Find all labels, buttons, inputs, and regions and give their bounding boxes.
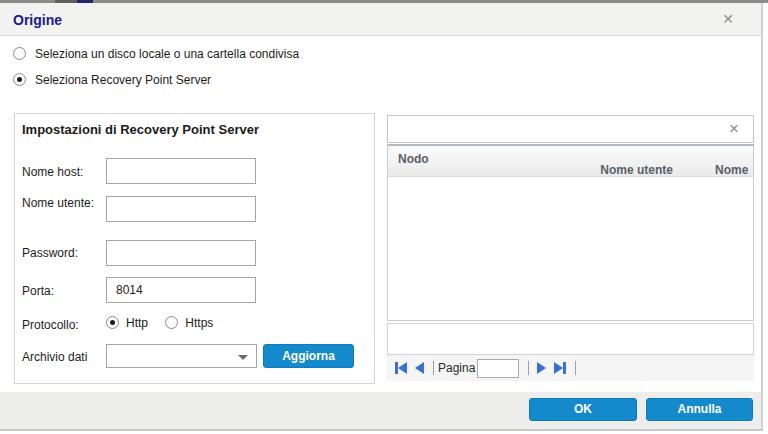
rps-settings-title: Impostazioni di Recovery Point Server <box>22 122 259 137</box>
ok-button[interactable]: OK <box>529 398 637 421</box>
datastore-select[interactable] <box>106 344 257 368</box>
node-table-footer-strip <box>387 323 754 355</box>
next-page-icon[interactable] <box>537 361 546 375</box>
origine-dialog: Origine ✕ Seleziona un disco locale o un… <box>0 3 763 431</box>
radio-http-icon[interactable] <box>106 316 119 329</box>
cancel-button[interactable]: Annulla <box>646 398 753 421</box>
node-table-body <box>387 177 754 321</box>
clear-filter-icon[interactable]: × <box>724 119 744 139</box>
first-page-icon[interactable] <box>395 361 407 375</box>
radio-local-disk-label: Seleziona un disco locale o una cartella… <box>35 47 299 61</box>
port-label: Porta: <box>22 284 100 298</box>
hostname-label: Nome host: <box>22 165 100 179</box>
chevron-down-icon <box>238 355 248 360</box>
radio-http-label[interactable]: Http <box>126 316 148 330</box>
pager-divider <box>528 361 529 375</box>
page-number-input[interactable] <box>477 359 519 378</box>
refresh-button[interactable]: Aggiorna <box>263 344 354 368</box>
node-filter-toolbar <box>387 115 754 143</box>
column-header-nodo[interactable]: Nodo <box>398 152 429 166</box>
origine-dialog-screen: Origine ✕ Seleziona un disco locale o un… <box>0 0 768 434</box>
radio-https-icon[interactable] <box>165 316 178 329</box>
radio-button-selected-icon[interactable] <box>13 73 26 86</box>
port-input[interactable] <box>106 277 256 303</box>
datastore-label: Archivio dati <box>22 350 100 364</box>
dialog-title: Origine <box>13 12 62 28</box>
hostname-input[interactable] <box>106 158 256 184</box>
page-label: Pagina <box>438 361 475 375</box>
pager-divider <box>433 361 434 375</box>
password-label: Password: <box>22 246 100 260</box>
radio-button-icon[interactable] <box>13 47 26 60</box>
pager-divider <box>575 361 576 375</box>
protocol-label: Protocollo: <box>22 318 100 332</box>
username-input[interactable] <box>106 196 256 222</box>
password-input[interactable] <box>106 240 256 266</box>
close-icon[interactable]: ✕ <box>718 9 738 29</box>
radio-https-label[interactable]: Https <box>185 316 213 330</box>
protocol-options: Http Https <box>106 315 213 330</box>
column-header-nome-utente[interactable]: Nome utente <box>598 163 673 177</box>
previous-page-icon[interactable] <box>415 361 424 375</box>
dialog-titlebar <box>0 3 761 36</box>
column-header-nome[interactable]: Nome <box>715 163 748 177</box>
radio-local-disk[interactable]: Seleziona un disco locale o una cartella… <box>13 46 299 61</box>
node-table-header: Nodo Nome utente Nome <box>387 144 754 177</box>
radio-recovery-point-server[interactable]: Seleziona Recovery Point Server <box>13 72 211 87</box>
last-page-icon[interactable] <box>554 361 566 375</box>
pagination-bar: Pagina <box>387 355 754 381</box>
username-label: Nome utente: <box>22 196 100 210</box>
radio-rps-label: Seleziona Recovery Point Server <box>35 73 211 87</box>
